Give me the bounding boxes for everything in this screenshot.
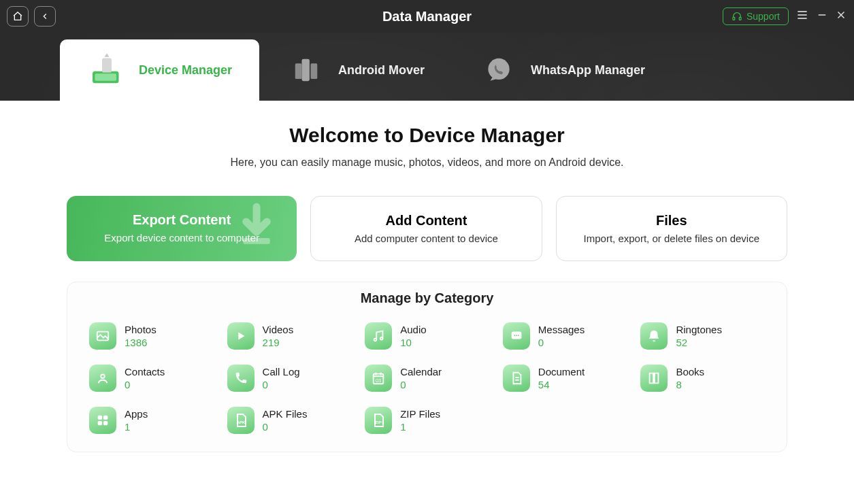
ringtones-icon [640, 322, 668, 350]
svg-point-25 [101, 375, 105, 379]
item-name: Photos [125, 324, 157, 335]
svg-text:APK: APK [236, 420, 245, 424]
download-arrow-icon [233, 203, 280, 250]
minimize-icon[interactable] [816, 9, 828, 24]
apps-icon [89, 407, 116, 434]
svg-point-22 [514, 335, 515, 336]
files-card[interactable]: Files Import, export, or delete files on… [556, 196, 787, 261]
category-zip[interactable]: ZIP ZIP Files1 [365, 407, 489, 434]
android-mover-icon [286, 50, 326, 90]
category-contacts[interactable]: Contacts0 [89, 365, 214, 392]
category-ringtones[interactable]: Ringtones52 [640, 322, 765, 350]
svg-rect-16 [244, 238, 270, 244]
home-icon [12, 11, 23, 22]
item-name: APK Files [263, 408, 308, 420]
item-count: 8 [676, 379, 704, 390]
zip-icon: ZIP [365, 407, 392, 434]
books-icon [640, 365, 668, 392]
item-name: Apps [125, 408, 148, 420]
svg-rect-10 [102, 58, 112, 73]
back-button[interactable] [34, 6, 56, 27]
svg-text:03: 03 [376, 377, 381, 384]
card-title: Files [568, 213, 776, 229]
svg-point-15 [488, 58, 509, 80]
item-count: 0 [125, 379, 165, 390]
svg-rect-9 [95, 73, 117, 81]
item-name: Messages [538, 324, 585, 335]
main-content: Welcome to Device Manager Here, you can … [0, 101, 854, 480]
calendar-icon: 03 [365, 365, 392, 392]
item-count: 10 [400, 337, 426, 348]
item-count: 52 [676, 337, 722, 348]
page-subtitle: Here, you can easily manage music, photo… [67, 156, 787, 169]
svg-rect-35 [98, 421, 102, 425]
item-name: Videos [263, 324, 294, 335]
item-count: 0 [538, 337, 585, 348]
item-count: 1386 [125, 337, 157, 348]
item-name: ZIP Files [400, 408, 440, 420]
whatsapp-manager-icon [479, 50, 519, 90]
audio-icon [365, 322, 392, 350]
svg-rect-14 [311, 63, 318, 79]
svg-rect-1 [739, 17, 741, 20]
contacts-icon [89, 365, 116, 392]
svg-marker-18 [238, 333, 244, 340]
tab-whatsapp-manager[interactable]: WhatsApp Manager [452, 39, 672, 101]
category-calllog[interactable]: Call Log0 [227, 365, 352, 392]
tab-android-mover[interactable]: Android Mover [259, 39, 452, 101]
category-document[interactable]: Document54 [503, 365, 627, 392]
category-videos[interactable]: Videos219 [227, 322, 352, 350]
card-sub: Add computer content to device [322, 233, 530, 244]
add-content-card[interactable]: Add Content Add computer content to devi… [310, 196, 542, 261]
tab-label: Device Manager [139, 63, 232, 78]
item-name: Call Log [263, 366, 300, 377]
close-icon[interactable] [835, 9, 847, 24]
category-photos[interactable]: Photos1386 [89, 322, 214, 350]
svg-point-19 [374, 339, 377, 341]
category-calendar[interactable]: 03 Calendar0 [365, 365, 489, 392]
svg-point-23 [516, 335, 517, 336]
category-grid: Photos1386 Videos219 Audio10 Messages0 R… [67, 310, 787, 452]
svg-rect-13 [295, 63, 302, 79]
tab-label: WhatsApp Manager [531, 63, 645, 78]
category-messages[interactable]: Messages0 [503, 322, 627, 350]
menu-icon[interactable] [795, 8, 809, 25]
category-apk[interactable]: APK APK Files0 [227, 407, 352, 434]
category-panel-title: Manage by Category [67, 282, 787, 310]
item-count: 0 [400, 379, 442, 390]
item-count: 0 [263, 379, 300, 390]
support-label: Support [746, 11, 780, 22]
item-name: Books [676, 366, 704, 377]
page-title: Welcome to Device Manager [67, 124, 787, 147]
category-audio[interactable]: Audio10 [365, 322, 489, 350]
home-button[interactable] [7, 6, 29, 27]
apk-icon: APK [227, 407, 254, 434]
category-apps[interactable]: Apps1 [89, 407, 214, 434]
item-count: 1 [400, 421, 440, 433]
category-books[interactable]: Books8 [640, 365, 765, 392]
svg-point-24 [518, 335, 519, 336]
item-count: 219 [263, 337, 294, 348]
item-count: 1 [125, 421, 148, 433]
svg-marker-11 [105, 54, 110, 57]
photos-icon [89, 322, 116, 350]
card-sub: Import, export, or delete files on devic… [568, 233, 776, 244]
calllog-icon [227, 365, 254, 392]
svg-text:ZIP: ZIP [376, 420, 382, 424]
support-button[interactable]: Support [723, 7, 789, 25]
export-content-card[interactable]: Export Content Export device content to … [67, 196, 297, 261]
item-name: Document [538, 366, 585, 377]
title-bar: Data Manager Support [0, 0, 854, 33]
videos-icon [227, 322, 254, 350]
item-count: 54 [538, 379, 585, 390]
item-name: Contacts [125, 366, 165, 377]
svg-rect-12 [302, 59, 310, 82]
svg-rect-33 [98, 416, 102, 420]
tab-device-manager[interactable]: Device Manager [60, 39, 259, 101]
item-name: Ringtones [676, 324, 722, 335]
card-title: Add Content [322, 213, 530, 229]
messages-icon [503, 322, 530, 350]
item-name: Calendar [400, 366, 442, 377]
svg-rect-36 [103, 421, 108, 425]
device-manager-icon [87, 50, 127, 90]
